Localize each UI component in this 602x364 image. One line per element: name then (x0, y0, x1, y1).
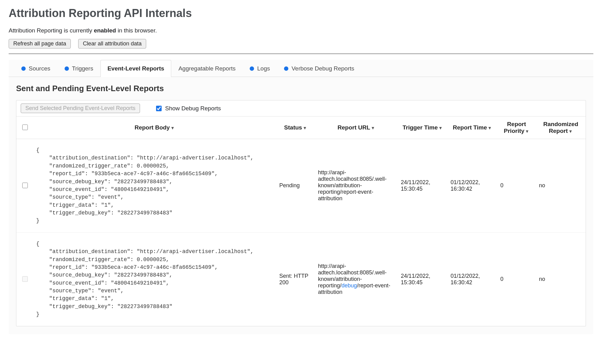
col-label: Trigger Time (403, 124, 438, 131)
col-report-time[interactable]: Report Time▼ (447, 116, 497, 139)
sort-icon: ▼ (371, 125, 375, 130)
col-label: Report Priority (504, 121, 526, 134)
tab-label: Aggregatable Reports (178, 65, 235, 72)
reports-table: Report Body▼ Status▼ Report URL▼ Trigger… (16, 116, 586, 326)
col-report-priority[interactable]: Report Priority▼ (497, 116, 536, 139)
tab-sources[interactable]: Sources (14, 60, 57, 77)
sort-icon: ▼ (525, 129, 529, 134)
col-status[interactable]: Status▼ (276, 116, 315, 139)
cell-report-body: { "attribution_destination": "http://ara… (33, 232, 276, 326)
table-row: { "attribution_destination": "http://ara… (16, 232, 586, 326)
tab-label: Verbose Debug Reports (291, 65, 354, 72)
tab-triggers[interactable]: Triggers (57, 60, 100, 77)
col-label: Report Body (134, 124, 170, 131)
status-state: enabled (94, 27, 116, 34)
cell-report-url: http://arapi-adtech.localhost:8085/.well… (315, 139, 398, 233)
tab-bar: Sources Triggers Event-Level Reports Agg… (9, 60, 593, 77)
reports-table-container: Send Selected Pending Event-Level Report… (16, 100, 586, 326)
tab-label: Triggers (72, 65, 93, 72)
cell-report-body: { "attribution_destination": "http://ara… (33, 139, 276, 233)
col-randomized-report[interactable]: Randomized Report▼ (536, 116, 586, 139)
dot-icon (21, 66, 26, 71)
refresh-button[interactable]: Refresh all page data (9, 39, 71, 49)
section-title: Sent and Pending Event-Level Reports (16, 84, 593, 93)
table-row: { "attribution_destination": "http://ara… (16, 139, 586, 233)
sort-icon: ▼ (488, 125, 492, 130)
dot-icon (65, 66, 69, 71)
col-label: Report Time (453, 124, 487, 131)
cell-status: Sent: HTTP 200 (276, 232, 315, 326)
report-body-json: { "attribution_destination": "http://ara… (36, 240, 273, 319)
cell-report-time: 01/12/2022, 16:30:42 (447, 232, 497, 326)
status-line: Attribution Reporting is currently enabl… (9, 27, 593, 34)
col-label: Randomized Report (543, 121, 578, 134)
dot-icon (284, 66, 288, 71)
cell-report-time: 01/12/2022, 16:30:42 (447, 139, 497, 233)
col-label: Report URL (337, 124, 370, 131)
show-debug-label[interactable]: Show Debug Reports (155, 105, 221, 112)
sort-icon: ▼ (438, 125, 443, 130)
cell-trigger-time: 24/11/2022, 15:30:45 (398, 139, 447, 233)
show-debug-text: Show Debug Reports (165, 105, 221, 112)
cell-report-priority: 0 (497, 139, 536, 233)
row-select-checkbox[interactable] (22, 183, 28, 188)
cell-report-priority: 0 (497, 232, 536, 326)
cell-randomized-report: no (536, 232, 586, 326)
sort-icon: ▼ (303, 125, 307, 130)
col-report-body[interactable]: Report Body▼ (33, 116, 276, 139)
show-debug-checkbox[interactable] (156, 106, 162, 111)
tab-label: Sources (29, 65, 50, 72)
row-select-cell (16, 139, 33, 233)
status-suffix: in this browser. (116, 27, 157, 34)
clear-button[interactable]: Clear all attribution data (78, 39, 146, 49)
send-selected-button[interactable]: Send Selected Pending Event-Level Report… (21, 104, 140, 113)
cell-status: Pending (276, 139, 315, 233)
col-trigger-time[interactable]: Trigger Time▼ (398, 116, 447, 139)
sort-icon: ▼ (568, 129, 573, 134)
tab-aggregatable-reports[interactable]: Aggregatable Reports (171, 60, 243, 77)
cell-report-url: http://arapi-adtech.localhost:8085/.well… (315, 232, 398, 326)
divider (9, 53, 593, 54)
tab-event-level-reports[interactable]: Event-Level Reports (100, 60, 172, 77)
col-report-url[interactable]: Report URL▼ (315, 116, 398, 139)
col-select-all[interactable] (16, 116, 33, 139)
page-title: Attribution Reporting API Internals (9, 7, 593, 20)
cell-trigger-time: 24/11/2022, 15:30:45 (398, 232, 447, 326)
tab-label: Logs (257, 65, 270, 72)
tab-label: Event-Level Reports (108, 65, 164, 72)
sort-icon: ▼ (170, 125, 175, 130)
tab-logs[interactable]: Logs (243, 60, 277, 77)
tab-verbose-debug-reports[interactable]: Verbose Debug Reports (277, 60, 361, 77)
status-prefix: Attribution Reporting is currently (9, 27, 94, 34)
row-select-cell (16, 232, 33, 326)
row-select-checkbox[interactable] (22, 276, 28, 282)
select-all-checkbox[interactable] (22, 125, 28, 130)
dot-icon (250, 66, 254, 71)
cell-randomized-report: no (536, 139, 586, 233)
col-label: Status (284, 124, 302, 131)
report-body-json: { "attribution_destination": "http://ara… (36, 146, 273, 225)
